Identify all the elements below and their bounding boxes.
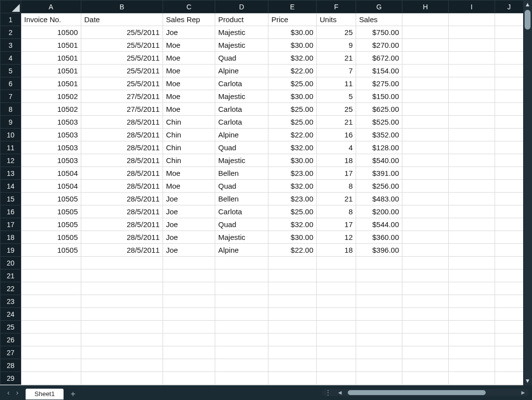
cell-B1[interactable]: Date — [81, 13, 163, 26]
cell-A27[interactable] — [21, 346, 81, 359]
row-header[interactable]: 4 — [0, 52, 21, 65]
cell-D1[interactable]: Product — [215, 13, 268, 26]
cell-F2[interactable]: 25 — [317, 26, 356, 39]
cell-A15[interactable]: 10505 — [21, 193, 81, 205]
cell-H1[interactable] — [402, 13, 449, 26]
cell-D3[interactable]: Majestic — [215, 39, 268, 52]
cell-G8[interactable]: $625.00 — [356, 103, 402, 116]
cell-D5[interactable]: Alpine — [215, 65, 268, 77]
cell-G15[interactable]: $483.00 — [356, 193, 402, 205]
cell-E9[interactable]: $25.00 — [268, 116, 317, 129]
cell-A7[interactable]: 10502 — [21, 90, 81, 103]
cell-F29[interactable] — [317, 372, 356, 385]
row-header[interactable]: 14 — [0, 180, 21, 193]
cell-E11[interactable]: $32.00 — [268, 141, 317, 154]
cell-J7[interactable] — [495, 90, 524, 103]
cell-H6[interactable] — [402, 77, 449, 90]
column-header-B[interactable]: B — [81, 0, 163, 13]
cell-H8[interactable] — [402, 103, 449, 116]
cell-J3[interactable] — [495, 39, 524, 52]
cell-D27[interactable] — [215, 346, 268, 359]
scroll-right-icon[interactable]: ► — [520, 389, 526, 396]
cell-C7[interactable]: Moe — [163, 90, 215, 103]
row-header[interactable]: 11 — [0, 141, 21, 154]
cell-I10[interactable] — [449, 129, 495, 141]
cell-H5[interactable] — [402, 65, 449, 77]
cell-I9[interactable] — [449, 116, 495, 129]
cell-G1[interactable]: Sales — [356, 13, 402, 26]
cell-G9[interactable]: $525.00 — [356, 116, 402, 129]
cell-G28[interactable] — [356, 359, 402, 372]
row-header[interactable]: 20 — [0, 257, 21, 269]
row-header[interactable]: 18 — [0, 231, 21, 244]
cell-E6[interactable]: $25.00 — [268, 77, 317, 90]
cell-D11[interactable]: Quad — [215, 141, 268, 154]
cell-B19[interactable]: 28/5/2011 — [81, 244, 163, 257]
cell-F18[interactable]: 12 — [317, 231, 356, 244]
cell-C20[interactable] — [163, 257, 215, 269]
cell-G17[interactable]: $544.00 — [356, 218, 402, 231]
cell-J27[interactable] — [495, 346, 524, 359]
scroll-up-icon[interactable]: ▲ — [523, 0, 532, 9]
row-header[interactable]: 28 — [0, 359, 21, 372]
cell-F23[interactable] — [317, 295, 356, 308]
row-header[interactable]: 16 — [0, 205, 21, 218]
cell-F12[interactable]: 18 — [317, 154, 356, 167]
column-header-I[interactable]: I — [449, 0, 495, 13]
cell-F4[interactable]: 21 — [317, 52, 356, 65]
horizontal-scroll-track[interactable] — [346, 389, 517, 396]
column-header-C[interactable]: C — [163, 0, 215, 13]
grid-area[interactable]: ABCDEFGHIJ1Invoice No.DateSales RepProdu… — [0, 0, 523, 385]
cell-G12[interactable]: $540.00 — [356, 154, 402, 167]
cell-B29[interactable] — [81, 372, 163, 385]
cell-C27[interactable] — [163, 346, 215, 359]
cell-H17[interactable] — [402, 218, 449, 231]
cell-J20[interactable] — [495, 257, 524, 269]
cell-G3[interactable]: $270.00 — [356, 39, 402, 52]
cell-B24[interactable] — [81, 308, 163, 321]
cell-I4[interactable] — [449, 52, 495, 65]
cell-J11[interactable] — [495, 141, 524, 154]
cell-B11[interactable]: 28/5/2011 — [81, 141, 163, 154]
cell-J26[interactable] — [495, 333, 524, 346]
cell-F7[interactable]: 5 — [317, 90, 356, 103]
cell-F22[interactable] — [317, 282, 356, 295]
cell-H11[interactable] — [402, 141, 449, 154]
row-header[interactable]: 29 — [0, 372, 21, 385]
cell-H13[interactable] — [402, 167, 449, 180]
cell-B26[interactable] — [81, 333, 163, 346]
column-header-A[interactable]: A — [21, 0, 81, 13]
cell-J2[interactable] — [495, 26, 524, 39]
row-header[interactable]: 1 — [0, 13, 21, 26]
column-header-J[interactable]: J — [495, 0, 524, 13]
cell-D15[interactable]: Bellen — [215, 193, 268, 205]
cell-E20[interactable] — [268, 257, 317, 269]
scroll-left-icon[interactable]: ◄ — [337, 389, 343, 396]
cell-B14[interactable]: 28/5/2011 — [81, 180, 163, 193]
cell-J22[interactable] — [495, 282, 524, 295]
cell-A2[interactable]: 10500 — [21, 26, 81, 39]
vertical-scrollbar[interactable]: ▲ ▼ — [523, 0, 532, 385]
cell-J8[interactable] — [495, 103, 524, 116]
cell-D19[interactable]: Alpine — [215, 244, 268, 257]
scrollbar-split-handle[interactable]: ⋮ — [325, 389, 331, 396]
cell-C2[interactable]: Joe — [163, 26, 215, 39]
cell-A21[interactable] — [21, 269, 81, 282]
cell-B16[interactable]: 28/5/2011 — [81, 205, 163, 218]
cell-F1[interactable]: Units — [317, 13, 356, 26]
cell-I12[interactable] — [449, 154, 495, 167]
cell-I28[interactable] — [449, 359, 495, 372]
cell-A11[interactable]: 10503 — [21, 141, 81, 154]
cell-J18[interactable] — [495, 231, 524, 244]
cell-E16[interactable]: $25.00 — [268, 205, 317, 218]
cell-F13[interactable]: 17 — [317, 167, 356, 180]
cell-F27[interactable] — [317, 346, 356, 359]
cell-H18[interactable] — [402, 231, 449, 244]
select-all-corner[interactable] — [0, 0, 21, 13]
cell-B18[interactable]: 28/5/2011 — [81, 231, 163, 244]
cell-D26[interactable] — [215, 333, 268, 346]
cell-A3[interactable]: 10501 — [21, 39, 81, 52]
cell-J23[interactable] — [495, 295, 524, 308]
cell-E27[interactable] — [268, 346, 317, 359]
cell-A24[interactable] — [21, 308, 81, 321]
